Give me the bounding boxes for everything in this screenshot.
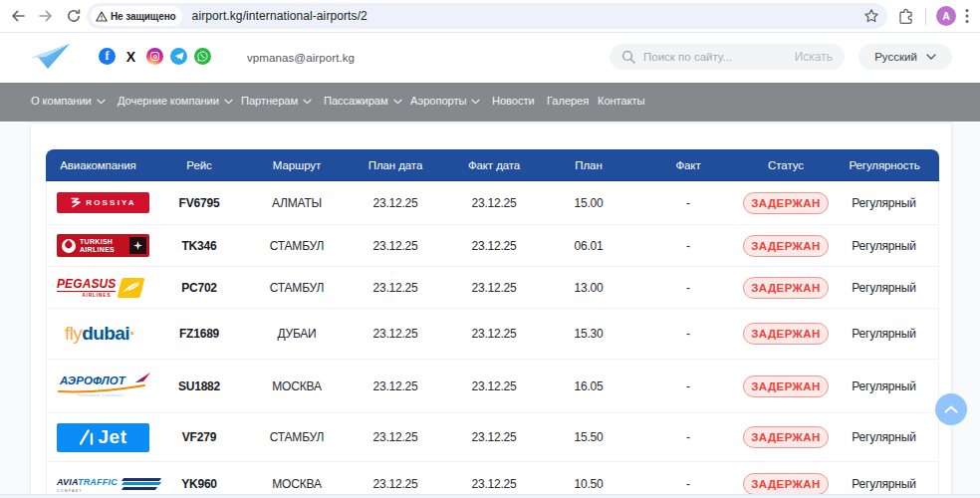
status-badge: ЗАДЕРЖАН [743,235,829,257]
nav-item-1[interactable]: О компании [31,95,106,107]
instagram-icon[interactable] [146,48,163,65]
cell-fact-date: 23.12.25 [445,360,543,413]
nav-item-label: Новости [492,95,535,107]
nav-item-6[interactable]: Новости [492,95,535,107]
security-badge[interactable]: Не защищено [91,6,182,26]
airline-logo-aviatraffic: AVIATRAFFICCOMPANY [57,475,152,492]
language-label: Русский [874,51,917,63]
cell-route: АЛМАТЫ [248,181,346,225]
column-header: Рейс [150,149,248,181]
table-row: AVIATRAFFICCOMPANY YK960МОСКВА23.12.2523… [46,462,939,498]
airline-logo-pegasus: PEGASUSAIRLINES [57,277,156,299]
search-submit[interactable]: Искать [795,50,833,64]
cell-airline: ROSSIYA [46,181,150,225]
whatsapp-icon[interactable] [194,48,211,65]
site-search: Искать [610,44,845,70]
column-header: Факт дата [445,149,543,181]
cell-status: ЗАДЕРЖАН [742,413,830,462]
cell-status: ЗАДЕРЖАН [742,309,830,360]
cell-fact: - [634,413,742,462]
forward-icon[interactable] [38,8,54,24]
cell-regularity: Регулярный [830,225,939,267]
cell-fact: - [634,309,742,360]
search-input[interactable] [643,51,795,63]
chevron-down-icon [97,99,106,105]
reload-icon[interactable] [66,8,82,24]
cell-route: МОСКВА [248,360,346,413]
browser-toolbar: Не защищено airport.kg/international-air… [0,0,980,33]
cell-plan: 15.50 [543,413,634,462]
language-selector[interactable]: Русский [858,44,952,70]
nav-item-label: Галерея [547,95,589,107]
cell-plan-date: 23.12.25 [346,181,445,225]
cell-airline: TURKISHAIRLINES [46,225,150,267]
nav-item-3[interactable]: Партнерам [241,95,312,107]
cell-fact-date: 23.12.25 [445,462,543,498]
extensions-icon[interactable] [897,8,914,25]
column-header: Регулярность [830,149,939,181]
cell-fact: - [634,462,742,498]
cell-airline: Jet [46,413,150,462]
cell-airline: PEGASUSAIRLINES [46,267,150,309]
cell-plan-date: 23.12.25 [346,462,445,498]
cell-regularity: Регулярный [830,413,939,462]
cell-plan: 13.00 [543,267,634,309]
main-nav: О компанииДочерние компанииПартнерамПасс… [0,83,980,122]
url-text[interactable]: airport.kg/international-airports/2 [192,9,863,23]
column-header: Маршрут [248,149,346,181]
cell-status: ЗАДЕРЖАН [742,225,830,267]
back-icon[interactable] [10,8,26,24]
nav-item-2[interactable]: Дочерние компании [118,95,233,107]
nav-item-5[interactable]: Аэропорты [410,95,480,107]
telegram-icon[interactable] [170,48,187,65]
scroll-to-top-button[interactable] [935,393,967,425]
status-badge: ЗАДЕРЖАН [743,375,829,397]
site-logo-bird-icon[interactable] [29,42,73,72]
cell-status: ЗАДЕРЖАН [742,360,830,413]
footer-top-strip [0,494,980,498]
cell-plan-date: 23.12.25 [346,360,445,413]
cell-fact-date: 23.12.25 [445,225,543,267]
bookmark-star-icon[interactable] [863,8,879,24]
nav-item-8[interactable]: Контакты [598,95,645,107]
cell-flight: PC702 [150,267,248,309]
column-header: Авиакомпания [46,149,150,181]
table-row: PEGASUSAIRLINES PC702СТАМБУЛ23.12.2523.1… [46,267,939,309]
cell-flight: TK346 [150,225,248,267]
url-bar[interactable]: Не защищено airport.kg/international-air… [87,3,887,29]
site-header: f X vpmanas@airport.kg Искать Русский [0,33,980,83]
profile-avatar[interactable]: A [936,6,956,26]
cell-fact: - [634,267,742,309]
cell-airline: flydubai· [46,309,150,360]
cell-fact-date: 23.12.25 [445,309,543,360]
cell-flight: FV6795 [150,181,248,225]
warning-icon [96,11,108,22]
airline-logo-turkish-airlines: TURKISHAIRLINES [57,234,149,257]
cell-plan: 16.05 [543,360,634,413]
cell-flight: YK960 [150,462,248,498]
table-row: АЭРОФЛОТ Российские авиалинии SU1882МОСК… [46,360,939,413]
cell-plan-date: 23.12.25 [346,225,445,267]
menu-dots-icon[interactable] [965,8,969,24]
flights-table: АвиакомпанияРейсМаршрутПлан датаФакт дат… [46,149,939,498]
nav-item-4[interactable]: Пассажирам [324,95,402,107]
chevron-down-icon [471,99,480,105]
column-header: План дата [346,149,445,181]
cell-fact: - [634,181,742,225]
cell-regularity: Регулярный [830,181,939,225]
cell-plan: 15.30 [543,309,634,360]
cell-flight: SU1882 [150,360,248,413]
cell-fact: - [634,360,742,413]
cell-regularity: Регулярный [830,267,939,309]
facebook-icon[interactable]: f [99,48,116,65]
contact-email[interactable]: vpmanas@airport.kg [247,52,355,64]
cell-plan-date: 23.12.25 [346,267,445,309]
nav-item-7[interactable]: Галерея [547,95,589,107]
status-badge: ЗАДЕРЖАН [743,426,829,448]
nav-item-label: Аэропорты [410,95,466,107]
x-twitter-icon[interactable]: X [122,48,139,65]
cell-regularity: Регулярный [830,309,939,360]
content-card: АвиакомпанияРейсМаршрутПлан датаФакт дат… [30,123,952,498]
status-badge: ЗАДЕРЖАН [743,473,829,495]
airline-logo-rossiya: ROSSIYA [57,192,149,213]
